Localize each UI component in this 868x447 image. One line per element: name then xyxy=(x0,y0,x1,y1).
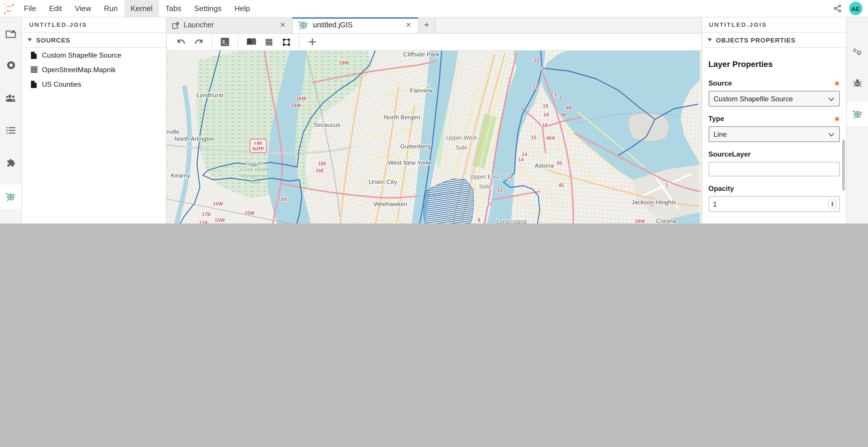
stepper-arrows-icon[interactable]: ▲▼ xyxy=(828,200,837,208)
svg-text:$_: $_ xyxy=(222,40,228,45)
menu-item-help[interactable]: Help xyxy=(228,0,256,17)
users-icon xyxy=(5,94,16,102)
menu-item-file[interactable]: File xyxy=(18,0,42,17)
map-route-shield: 18E xyxy=(318,161,327,167)
map-route-shield: 16W xyxy=(291,103,302,108)
menu-item-edit[interactable]: Edit xyxy=(42,0,68,17)
jgis-icon xyxy=(852,108,863,119)
map-route-shield: 1 xyxy=(554,92,557,97)
close-tab-icon[interactable]: ✕ xyxy=(279,21,287,29)
map-route-shield: 15W xyxy=(244,210,255,216)
map-route-shield: 45 xyxy=(559,182,564,188)
menu-item-kernel[interactable]: Kernel xyxy=(124,0,159,17)
openstreetmap-view[interactable]: ✈ ✈ xyxy=(167,50,701,224)
map-route-shield: 14 xyxy=(518,157,524,162)
type-field-label: Type ✱ xyxy=(708,115,839,123)
chevron-down-icon xyxy=(27,38,32,41)
map-canvas[interactable]: ✈ ✈ xyxy=(167,50,701,224)
sidebar-tab-jupytergis-panel[interactable] xyxy=(846,102,868,126)
map-route-shield: 19W xyxy=(339,60,349,66)
close-tab-icon[interactable]: ✕ xyxy=(404,21,412,29)
menu-bar: FileEditViewRunKernelTabsSettingsHelp AE xyxy=(0,0,868,18)
menu-item-settings[interactable]: Settings xyxy=(188,0,228,17)
sidebar-tab-table-of-contents[interactable] xyxy=(0,118,22,143)
map-route-shield: 46 xyxy=(561,112,566,117)
map-route-shield: 12 xyxy=(497,187,503,193)
map-place-label: Jackson Heights xyxy=(631,199,676,205)
panel-scrollbar-thumb[interactable] xyxy=(842,140,845,191)
map-route-shield: 39W xyxy=(635,218,645,224)
sourcelayer-input[interactable] xyxy=(708,162,839,176)
jupyterlab-window: FileEditViewRunKernelTabsSettingsHelp AE… xyxy=(0,0,868,224)
sidebar-tab-extension-manager[interactable] xyxy=(0,151,22,175)
map-route-shield: 19 xyxy=(533,84,538,90)
map-route-shield: 45 xyxy=(557,160,562,166)
basemap-button[interactable] xyxy=(244,35,259,49)
map-place-label: Guttenberg xyxy=(400,143,431,149)
running-icon xyxy=(5,60,16,70)
right-sidebar-strip: ⚙⚙ xyxy=(846,17,868,224)
redo-button[interactable] xyxy=(191,35,206,49)
map-place-label: Side xyxy=(479,183,491,190)
share-icon[interactable] xyxy=(833,4,842,13)
opacity-stepper[interactable]: 1 ▲▼ xyxy=(708,196,839,212)
sidebar-tab-debugger[interactable] xyxy=(846,70,868,95)
user-avatar[interactable]: AE xyxy=(849,2,862,15)
sidebar-tab-running-sessions[interactable] xyxy=(0,53,22,77)
toc-icon xyxy=(6,126,16,134)
chevron-down-icon xyxy=(828,95,834,103)
dock-tab-launcher[interactable]: Launcher✕ xyxy=(167,17,292,33)
map-route-shield: 15W xyxy=(215,217,225,223)
sidebar-tab-collaboration[interactable] xyxy=(0,85,22,110)
map-route-shield: 13 xyxy=(507,174,512,180)
map-highway-shield: I 95NJTP xyxy=(250,139,266,152)
source-item[interactable]: Custom Shapefile Source xyxy=(22,48,166,62)
source-item[interactable]: OpenStreetMap.Mapnik xyxy=(22,62,166,77)
menu-items: FileEditViewRunKernelTabsSettingsHelp xyxy=(18,0,256,17)
map-place-label: Upper West xyxy=(446,134,477,141)
sidebar-tab-jupytergis-panel[interactable] xyxy=(0,184,22,209)
add-layer-button[interactable] xyxy=(305,35,320,49)
map-place-label: Management xyxy=(241,173,270,179)
map-place-label: West New York xyxy=(388,159,430,166)
menu-item-run[interactable]: Run xyxy=(98,0,124,17)
map-route-shield: 19 xyxy=(543,103,548,109)
jgis-icon xyxy=(298,20,309,31)
source-item[interactable]: US Counties xyxy=(22,77,166,91)
sidebar-tab-file-browser[interactable] xyxy=(0,22,22,46)
menu-item-view[interactable]: View xyxy=(68,0,98,17)
type-select[interactable]: Line xyxy=(708,126,839,142)
puzzle-icon xyxy=(6,158,16,168)
jgis-icon xyxy=(5,191,16,202)
menu-item-tabs[interactable]: Tabs xyxy=(159,0,188,17)
map-route-shield: 16W xyxy=(296,96,307,101)
opacity-field-label: Opacity xyxy=(708,184,839,193)
map-route-shield: 16E xyxy=(315,168,324,173)
svg-text:⚙: ⚙ xyxy=(856,49,861,56)
sidebar-tab-property-inspector[interactable]: ⚙⚙ xyxy=(846,39,868,63)
map-place-label: Fairview xyxy=(410,87,433,94)
folder-icon xyxy=(5,29,16,38)
svg-text:NJTP: NJTP xyxy=(253,146,264,151)
undo-button[interactable] xyxy=(174,35,189,49)
doc-icon xyxy=(30,51,38,59)
map-place-label: Side xyxy=(456,144,467,151)
map-place-label: Kearny xyxy=(171,172,191,179)
map-place-label: Union City xyxy=(369,178,397,185)
dock-tab-untitled-jgis[interactable]: untitled.jGIS✕ xyxy=(292,17,418,33)
raster-layer-button[interactable] xyxy=(261,35,276,49)
map-place-label: North Arlington xyxy=(175,135,215,142)
new-tab-button[interactable]: + xyxy=(418,17,435,33)
source-field-label: Source ✱ xyxy=(708,79,839,87)
objects-properties-header[interactable]: OBJECTS PROPERTIES xyxy=(702,33,846,48)
sources-section-header[interactable]: SOURCES xyxy=(22,33,166,48)
console-button[interactable]: $_ xyxy=(217,35,232,49)
map-place-label: Saw Mill xyxy=(246,160,265,166)
map-route-shield: 17A xyxy=(199,220,208,224)
map-route-shield: 22 xyxy=(534,58,539,63)
vector-layer-button[interactable] xyxy=(279,35,294,49)
source-select[interactable]: Custom Shapefile Source xyxy=(708,91,839,106)
map-route-shield: 17B xyxy=(202,212,211,217)
map-route-shield: 15 xyxy=(531,135,537,140)
dock-tab-bar: Launcher✕untitled.jGIS✕+ xyxy=(167,17,701,34)
